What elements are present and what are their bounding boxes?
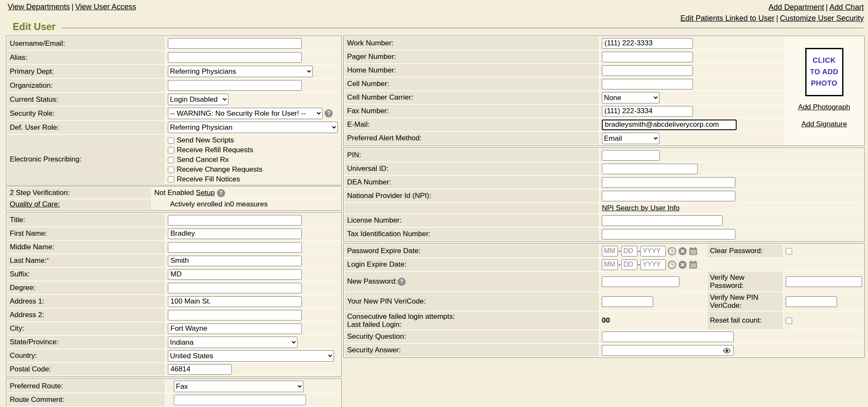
- photo-placeholder-line: CLICK: [807, 56, 842, 65]
- city-input[interactable]: [168, 323, 302, 334]
- security-answer-input[interactable]: [602, 345, 734, 356]
- add-photograph-link[interactable]: Add Photograph: [785, 103, 863, 112]
- login-expire-dd-input[interactable]: [621, 259, 637, 270]
- quality-of-care-link[interactable]: Quality of Care:: [10, 200, 60, 208]
- send-new-scripts-checkbox[interactable]: [168, 137, 174, 144]
- middle-name-input[interactable]: [168, 242, 302, 253]
- dea-number-label: DEA Number:: [345, 176, 599, 189]
- verify-new-password-input[interactable]: [786, 276, 862, 287]
- primary-dept-select[interactable]: Referring Physicians: [168, 66, 313, 77]
- alias-input[interactable]: [168, 52, 302, 63]
- view-departments-link[interactable]: View Departments: [8, 3, 70, 11]
- clear-date-icon[interactable]: [678, 260, 687, 269]
- first-name-input[interactable]: [168, 229, 302, 239]
- postal-code-input[interactable]: [168, 364, 232, 375]
- table-row: Postal Code:: [7, 363, 340, 376]
- title-input[interactable]: [168, 215, 302, 226]
- calendar-icon[interactable]: [689, 260, 698, 269]
- table-row: Consecutive failed login attempts: Last …: [345, 312, 863, 329]
- reset-fail-count-checkbox[interactable]: [786, 318, 792, 324]
- pin-input[interactable]: [602, 150, 660, 161]
- contact-group: Work Number: CLICK TO ADD PHOTO Add Phot…: [343, 36, 865, 146]
- clear-password-checkbox[interactable]: [786, 248, 792, 254]
- username-input[interactable]: [168, 38, 302, 49]
- login-expire-yyyy-input[interactable]: [640, 259, 666, 270]
- left-column: Username/Email: Alias: Primary Dept: Ref…: [6, 36, 342, 407]
- password-expire-dd-input[interactable]: [621, 246, 637, 256]
- clock-icon[interactable]: [668, 247, 676, 256]
- country-select[interactable]: United States: [168, 350, 334, 362]
- table-row: Preferred Route: Fax: [7, 380, 340, 393]
- def-user-role-select[interactable]: Referring Physician: [168, 122, 338, 133]
- two-step-status: Not Enabled: [154, 189, 194, 197]
- table-row: Username/Email:: [7, 37, 340, 50]
- pager-number-label: Pager Number:: [345, 50, 599, 63]
- security-question-input[interactable]: [602, 332, 734, 342]
- work-number-input[interactable]: [602, 38, 693, 49]
- view-user-access-link[interactable]: View User Access: [75, 3, 136, 11]
- universal-id-input[interactable]: [602, 164, 698, 174]
- new-password-input[interactable]: [602, 276, 679, 287]
- new-pin-vericode-input[interactable]: [602, 296, 653, 307]
- email-input[interactable]: [602, 120, 737, 130]
- preferred-route-select[interactable]: Fax: [174, 381, 303, 392]
- new-password-label: New Password:: [347, 277, 397, 285]
- pin-label: PIN:: [345, 149, 599, 162]
- add-department-link[interactable]: Add Department: [768, 3, 824, 11]
- state-select[interactable]: Indiana: [168, 337, 298, 348]
- route-comment-input[interactable]: [174, 395, 306, 405]
- password-expire-mm-input[interactable]: [602, 246, 618, 256]
- cell-carrier-label: Cell Number Carrier:: [345, 91, 599, 104]
- calendar-icon[interactable]: [689, 247, 698, 256]
- top-left-links: View Departments|View User Access: [8, 3, 136, 11]
- npi-search-link[interactable]: NPI Search by User Info: [602, 204, 679, 212]
- login-expire-mm-input[interactable]: [602, 259, 618, 270]
- fax-number-input[interactable]: [602, 106, 693, 117]
- security-role-help-icon[interactable]: [325, 109, 333, 117]
- tax-id-input[interactable]: [602, 229, 735, 240]
- clear-date-icon[interactable]: [678, 247, 687, 256]
- preferred-alert-method-select[interactable]: Email: [602, 133, 659, 144]
- universal-id-label: Universal ID:: [345, 162, 599, 175]
- license-number-input[interactable]: [602, 215, 723, 226]
- table-row: Electronic Prescribing: Send New Scripts…: [7, 135, 340, 184]
- address1-input[interactable]: [168, 296, 302, 307]
- receive-refill-requests-checkbox[interactable]: [168, 147, 174, 153]
- add-photo-placeholder[interactable]: CLICK TO ADD PHOTO: [805, 48, 843, 96]
- home-number-input[interactable]: [602, 65, 693, 76]
- clock-icon[interactable]: [668, 260, 676, 269]
- npi-input[interactable]: [602, 191, 735, 201]
- table-row: Password Expire Date: -- Clear Password:: [345, 245, 863, 257]
- new-password-help-icon[interactable]: [398, 278, 406, 286]
- pager-number-input[interactable]: [602, 52, 693, 62]
- table-row: State/Province: Indiana: [7, 336, 340, 348]
- electronic-prescribing-label: Electronic Prescribing:: [7, 135, 165, 184]
- photo-panel: CLICK TO ADD PHOTO Add Photograph Add Si…: [785, 37, 863, 145]
- add-chart-link[interactable]: Add Chart: [829, 3, 864, 11]
- dea-number-input[interactable]: [602, 177, 735, 188]
- two-step-help-icon[interactable]: [217, 189, 225, 197]
- username-label: Username/Email:: [7, 37, 165, 50]
- send-cancel-rx-checkbox[interactable]: [168, 157, 174, 163]
- receive-fill-notices-checkbox[interactable]: [168, 176, 174, 183]
- add-signature-link[interactable]: Add Signature: [785, 120, 863, 128]
- table-row: Current Status: Login Disabled: [7, 93, 340, 106]
- verify-new-pin-vericode-input[interactable]: [786, 296, 837, 307]
- password-expire-yyyy-input[interactable]: [640, 246, 666, 256]
- organization-input[interactable]: [168, 80, 302, 91]
- security-role-select[interactable]: -- WARNING: No Security Role for User! -…: [168, 108, 323, 119]
- cell-number-input[interactable]: [602, 79, 693, 89]
- receive-change-requests-checkbox[interactable]: [168, 167, 174, 173]
- address2-input[interactable]: [168, 310, 302, 321]
- date-separator: -: [637, 247, 641, 255]
- table-row: Address 2:: [7, 309, 340, 321]
- current-status-select[interactable]: Login Disabled: [168, 94, 228, 105]
- suffix-input[interactable]: [168, 269, 302, 280]
- checkbox-label: Receive Refill Requests: [177, 146, 253, 154]
- last-name-input[interactable]: [168, 256, 302, 266]
- two-step-setup-link[interactable]: Setup: [196, 189, 214, 197]
- cell-carrier-select[interactable]: None: [602, 92, 659, 103]
- degree-input[interactable]: [168, 283, 302, 293]
- show-password-eye-icon[interactable]: [723, 348, 731, 354]
- table-row: Universal ID:: [345, 162, 863, 175]
